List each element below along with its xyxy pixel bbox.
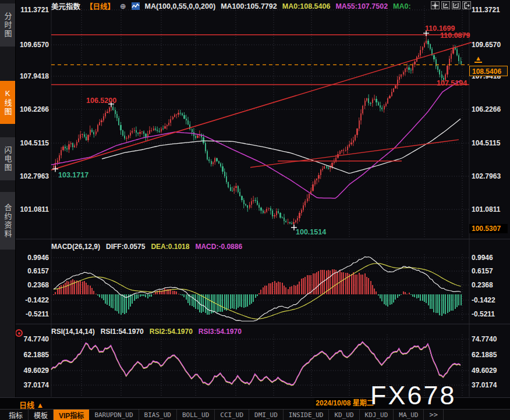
rsi3-value: RSI3:54.1970 xyxy=(199,328,242,336)
y-axis-label-right: 62.1885 xyxy=(472,350,509,360)
y-axis-label-left: 106.2266 xyxy=(16,105,49,114)
y-axis-label-left: 37.0174 xyxy=(16,380,49,390)
time-axis-row: 日线 ▲ 2024/10/08 星期二 xyxy=(0,397,510,410)
y-axis-label-right: 104.5115 xyxy=(472,138,509,148)
macd-hist-value: MACD:-0.0886 xyxy=(195,243,242,251)
chart-toolbar-icons xyxy=(431,1,471,9)
price-annotation: 100.1514 xyxy=(296,228,326,236)
y-axis-label-right: 102.7963 xyxy=(472,172,509,181)
chart-canvas[interactable] xyxy=(15,0,510,397)
toolbar-item-4[interactable]: BARUPDN_UD xyxy=(89,410,139,420)
y-axis-label-left: 49.6029 xyxy=(16,366,49,375)
ma55-value: MA55:107.7502 xyxy=(335,2,388,10)
selected-date-badge: 2024/10/08 星期二 xyxy=(314,398,375,409)
price-annotation: 103.1717 xyxy=(58,171,88,179)
y-axis-label-right: -0.1422 xyxy=(472,296,509,305)
y-axis-label-left: 111.3721 xyxy=(16,5,49,15)
macd-params: MACD(26,12,9) xyxy=(51,243,100,251)
y-axis-label-right: 0.9946 xyxy=(472,253,509,262)
toolbar-item-7[interactable]: CCI_UD xyxy=(215,410,249,420)
chart-application: 分时图 K线图 闪电图 合约资料 美元指数 【日线】 ⊕ MA(100,0,55… xyxy=(0,0,510,420)
right-axis-icon[interactable] xyxy=(452,1,461,9)
y-axis-label-right: -0.5211 xyxy=(472,309,509,319)
toolbar-item-8[interactable]: DMI_UD xyxy=(249,410,284,420)
toolbar-item-13[interactable]: >> xyxy=(424,410,443,420)
y-axis-label-right: 0.2368 xyxy=(472,280,509,290)
chart-header: 美元指数 【日线】 ⊕ MA(100,0,55,0,0,200) MA100:1… xyxy=(51,1,411,11)
ma0-value: MA0:108.5406 xyxy=(282,2,331,10)
toolbar-item-3[interactable]: VIP指标 xyxy=(54,410,89,420)
y-axis-label-right: 109.6570 xyxy=(472,40,509,49)
y-axis-label-left: 62.1885 xyxy=(16,350,49,360)
rsi1-value: RSI1:54.1970 xyxy=(101,328,144,336)
toolbar-item-1[interactable]: 指标 xyxy=(3,410,29,420)
toolbar-item-11[interactable]: KDJ_UD xyxy=(360,410,394,420)
ma0b-value: MA0: xyxy=(393,2,411,10)
exit-pane-icon[interactable] xyxy=(462,1,471,9)
y-axis-label-right: 49.6029 xyxy=(472,366,509,375)
sidebar-tab-timeshare[interactable]: 分时图 xyxy=(0,3,15,47)
anchor-icon: ⊕ xyxy=(120,2,126,10)
low-price-tag: 100.5307 xyxy=(469,224,508,233)
sidebar-tab-lightning[interactable]: 闪电图 xyxy=(0,137,15,180)
macd-dea-value: DEA:0.1018 xyxy=(151,243,189,251)
rsi-params: RSI(14,14,14) xyxy=(51,328,95,336)
y-axis-label-right: 106.2266 xyxy=(472,105,509,114)
price-annotation: 106.5200 xyxy=(86,97,116,105)
record-dot-icon[interactable] xyxy=(15,329,23,337)
ma100-value: MA100:105.7792 xyxy=(221,2,277,10)
toolbar-item-2[interactable]: 模板 xyxy=(29,410,54,420)
y-axis-label-left: 107.9418 xyxy=(16,72,49,81)
toolbar-item-6[interactable]: BOLL_UD xyxy=(177,410,215,420)
mini-chart-icon xyxy=(132,2,140,10)
ma-settings: MA(100,0,55,0,0,200) xyxy=(145,2,216,10)
y-axis-label-left: 109.6570 xyxy=(16,40,49,49)
toolbar-item-12[interactable]: MA_UD xyxy=(394,410,424,420)
macd-diff-value: DIFF:0.0575 xyxy=(106,243,145,251)
y-axis-label-left: 102.7963 xyxy=(16,172,49,181)
left-axis-icon[interactable] xyxy=(441,1,450,9)
y-axis-label-right: 111.3721 xyxy=(472,5,509,15)
sidebar-tab-contract-info[interactable]: 合约资料 xyxy=(0,192,15,250)
y-axis-label-left: -0.5211 xyxy=(16,309,49,319)
symbol-name: 美元指数 xyxy=(51,1,80,12)
toolbar-item-9[interactable]: INSIDE_UD xyxy=(284,410,330,420)
toolbar-item-5[interactable]: BIAS_UD xyxy=(139,410,177,420)
current-price-tag: 108.5406 xyxy=(469,66,508,76)
y-axis-label-left: 0.6157 xyxy=(16,266,49,276)
price-annotation: 107.5194 xyxy=(437,79,467,87)
y-axis-label-right: 37.0174 xyxy=(472,380,509,390)
y-axis-label-left: 104.5115 xyxy=(16,138,49,148)
rsi2-value: RSI2:54.1970 xyxy=(150,328,193,336)
indicator-toolbar: 指标模板VIP指标BARUPDN_UDBIAS_UDBOLL_UDCCI_UDD… xyxy=(0,409,510,420)
y-axis-label-right: 74.7740 xyxy=(472,334,509,344)
y-axis-label-left: 101.0811 xyxy=(16,205,49,214)
y-axis-label-left: 0.2368 xyxy=(16,280,49,290)
y-axis-label-left: -0.1422 xyxy=(16,296,49,305)
y-axis-label-right: 101.0811 xyxy=(472,205,509,214)
price-alert-arrow-icon[interactable]: ▲ xyxy=(474,55,482,63)
price-annotation: 110.0879 xyxy=(440,31,470,40)
crosshair-move-icon[interactable] xyxy=(431,1,440,9)
y-axis-label-right: 0.6157 xyxy=(472,266,509,276)
macd-header: MACD(26,12,9) DIFF:0.0575 DEA:0.1018 MAC… xyxy=(51,243,242,251)
sidebar: 分时图 K线图 闪电图 合约资料 xyxy=(0,0,16,397)
period-badge[interactable]: 【日线】 xyxy=(86,1,115,12)
rsi-header: RSI(14,14,14) RSI1:54.1970 RSI2:54.1970 … xyxy=(51,328,242,336)
toolbar-item-10[interactable]: KD_UD xyxy=(329,410,359,420)
sidebar-tab-kline[interactable]: K线图 xyxy=(0,81,15,124)
y-axis-label-left: 0.9946 xyxy=(16,253,49,262)
